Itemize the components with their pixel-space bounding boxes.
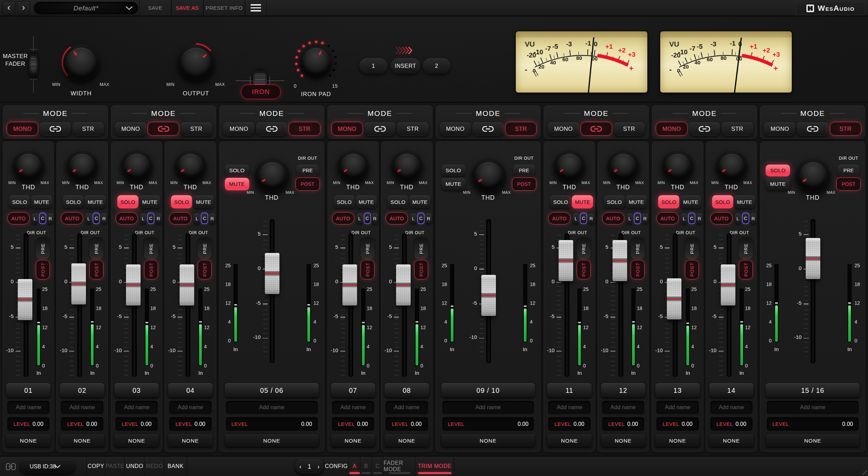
pan-center-button[interactable]: C bbox=[742, 213, 749, 224]
thd-knob[interactable] bbox=[471, 157, 507, 193]
menu-button[interactable] bbox=[245, 0, 267, 16]
mute-button[interactable]: MUTE bbox=[356, 195, 377, 208]
channel-level[interactable]: LEVEL0.00 bbox=[656, 417, 699, 431]
mode-str-button[interactable]: STR bbox=[397, 122, 428, 136]
auto-button[interactable]: AUTO bbox=[7, 212, 30, 224]
mode-str-button[interactable]: STR bbox=[289, 122, 320, 136]
channel-level[interactable]: LEVEL0.00 bbox=[7, 417, 49, 431]
redo-button[interactable]: REDO bbox=[144, 457, 164, 476]
solo-button[interactable]: SOLO bbox=[441, 165, 466, 176]
pan-right-button[interactable]: R bbox=[750, 213, 757, 224]
thd-knob[interactable] bbox=[65, 149, 99, 183]
thd-knob[interactable] bbox=[715, 149, 748, 183]
mute-button[interactable]: MUTE bbox=[139, 195, 160, 208]
fader-handle[interactable] bbox=[342, 264, 357, 306]
post-button[interactable]: POST bbox=[685, 260, 699, 279]
mode-str-button[interactable]: STR bbox=[505, 122, 537, 136]
fader-handle[interactable] bbox=[613, 240, 627, 281]
solo-button[interactable]: SOLO bbox=[550, 195, 571, 208]
solo-button[interactable]: SOLO bbox=[63, 195, 84, 208]
pan-right-button[interactable]: R bbox=[588, 213, 594, 224]
pan-center-button[interactable]: C bbox=[93, 213, 100, 224]
fader-handle[interactable] bbox=[18, 279, 32, 320]
channel-route-button[interactable]: NONE bbox=[709, 434, 753, 447]
thd-knob[interactable] bbox=[661, 149, 694, 183]
mode-link-button[interactable] bbox=[689, 122, 720, 136]
fader-handle[interactable] bbox=[721, 264, 735, 306]
mode-str-button[interactable]: STR bbox=[180, 122, 212, 136]
channel-level[interactable]: LEVEL0.00 bbox=[548, 417, 590, 431]
channel-name-input[interactable]: Add name bbox=[7, 401, 49, 414]
pan-right-button[interactable]: R bbox=[372, 213, 378, 224]
undo-button[interactable]: UNDO bbox=[125, 457, 144, 476]
solo-button[interactable]: SOLO bbox=[9, 195, 30, 208]
pan-center-button[interactable]: C bbox=[364, 213, 371, 224]
fader-handle[interactable] bbox=[265, 253, 279, 294]
channel-name-input[interactable]: Add name bbox=[602, 401, 644, 414]
pan-right-button[interactable]: R bbox=[209, 213, 215, 224]
pan-center-button[interactable]: C bbox=[39, 213, 46, 224]
pan-right-button[interactable]: R bbox=[425, 213, 432, 224]
pre-button[interactable]: PRE bbox=[577, 239, 591, 259]
bank-prev-button[interactable]: ‹ bbox=[299, 463, 301, 470]
auto-button[interactable]: AUTO bbox=[169, 212, 191, 224]
solo-button[interactable]: SOLO bbox=[387, 195, 409, 208]
pre-button[interactable]: PRE bbox=[414, 239, 428, 259]
mute-button[interactable]: MUTE bbox=[680, 195, 701, 208]
solo-button[interactable]: SOLO bbox=[225, 165, 249, 176]
fader-handle[interactable] bbox=[559, 240, 573, 281]
master-fader-handle[interactable] bbox=[29, 52, 38, 77]
mode-mono-button[interactable]: MONO bbox=[440, 122, 471, 136]
channel-name-input[interactable]: Add name bbox=[548, 401, 590, 414]
pan-center-button[interactable]: C bbox=[580, 213, 587, 224]
channel-route-button[interactable]: NONE bbox=[441, 434, 535, 447]
pre-button[interactable]: PRE bbox=[631, 239, 645, 259]
auto-button[interactable]: AUTO bbox=[710, 212, 733, 224]
channel-level[interactable]: LEVEL0.00 bbox=[332, 417, 374, 431]
channel-level[interactable]: LEVEL0.00 bbox=[61, 417, 103, 431]
mode-mono-button[interactable]: MONO bbox=[7, 122, 38, 136]
solo-button[interactable]: SOLO bbox=[604, 195, 625, 208]
channel-route-button[interactable]: NONE bbox=[115, 434, 159, 447]
pre-button[interactable]: PRE bbox=[198, 239, 212, 259]
post-button[interactable]: POST bbox=[198, 260, 212, 279]
save-button[interactable]: SAVE bbox=[139, 0, 171, 16]
post-button[interactable]: POST bbox=[631, 260, 645, 279]
insert-button[interactable]: INSERT bbox=[391, 58, 420, 74]
mode-link-button[interactable] bbox=[256, 122, 287, 136]
fader-handle[interactable] bbox=[180, 264, 194, 306]
pre-button[interactable]: PRE bbox=[361, 239, 374, 259]
mute-button[interactable]: MUTE bbox=[193, 195, 214, 208]
channel-name-input[interactable]: Add name bbox=[767, 401, 859, 414]
fader-handle[interactable] bbox=[806, 238, 820, 279]
mode-mono-button[interactable]: MONO bbox=[115, 122, 147, 136]
fader-track[interactable] bbox=[77, 233, 82, 377]
thd-knob[interactable] bbox=[120, 149, 153, 183]
thd-knob[interactable] bbox=[254, 157, 290, 193]
auto-button[interactable]: AUTO bbox=[116, 212, 138, 224]
channel-level[interactable]: LEVEL0.00 bbox=[767, 417, 859, 431]
pan-left-button[interactable]: L bbox=[573, 213, 579, 224]
save-as-button[interactable]: SAVE AS bbox=[171, 0, 203, 16]
post-button[interactable]: POST bbox=[361, 260, 374, 279]
pan-center-button[interactable]: C bbox=[634, 213, 641, 224]
fader-handle[interactable] bbox=[396, 264, 411, 306]
mode-str-button[interactable]: STR bbox=[613, 122, 645, 136]
pre-button[interactable]: PRE bbox=[144, 239, 158, 259]
copy-button[interactable]: COPY bbox=[86, 457, 105, 476]
channel-route-button[interactable]: NONE bbox=[766, 434, 860, 447]
channel-route-button[interactable]: NONE bbox=[547, 434, 591, 447]
preset-selector[interactable]: Default* bbox=[33, 1, 139, 15]
pan-left-button[interactable]: L bbox=[626, 213, 633, 224]
pan-left-button[interactable]: L bbox=[140, 213, 147, 224]
output-knob[interactable] bbox=[176, 42, 216, 83]
pre-button[interactable]: PRE bbox=[837, 165, 860, 176]
pan-left-button[interactable]: L bbox=[32, 213, 38, 224]
paste-button[interactable]: PASTE bbox=[105, 457, 125, 476]
insert-2-button[interactable]: 2 bbox=[423, 58, 450, 74]
width-knob[interactable] bbox=[61, 42, 101, 83]
channel-name-input[interactable]: Add name bbox=[332, 401, 374, 414]
pan-left-button[interactable]: L bbox=[410, 213, 417, 224]
fader-handle[interactable] bbox=[481, 275, 496, 316]
thd-knob[interactable] bbox=[12, 149, 45, 183]
